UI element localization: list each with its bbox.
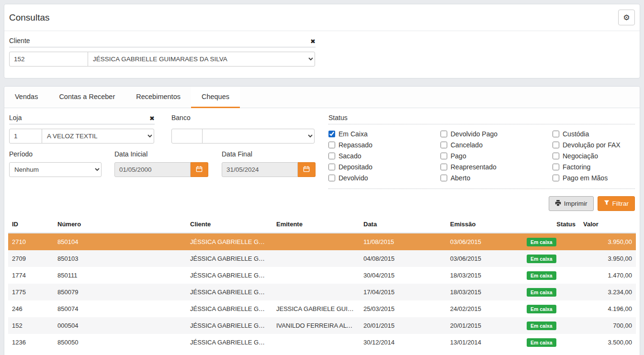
table-row[interactable]: 2710 850104 JÉSSICA GABRIELLE GUIMARAES … [8, 233, 636, 250]
client-clear-icon[interactable]: ✖ [310, 38, 316, 44]
status-checkbox-option[interactable]: Cancelado [441, 141, 553, 149]
cell-data: 30/04/2015 [360, 267, 446, 284]
tab[interactable]: Cheques [191, 87, 240, 108]
status-badge: Em caixa [527, 305, 556, 313]
data-inicial-input[interactable] [114, 162, 191, 177]
status-checkbox[interactable] [441, 131, 447, 137]
banco-select[interactable] [202, 129, 315, 144]
client-select[interactable]: JÉSSICA GABRIELLE GUIMARAES DA SILVA [88, 52, 315, 67]
cell-status: Em caixa [523, 300, 579, 317]
periodo-select[interactable]: Nenhum [9, 162, 102, 177]
filter-icon [604, 200, 610, 207]
column-header: ID [8, 216, 54, 233]
status-checkbox-grid: Em Caixa Repassado Sacado [328, 124, 635, 189]
loja-clear-icon[interactable]: ✖ [149, 115, 155, 122]
table-row[interactable]: 246 850074 JÉSSICA GABRIELLE GUIMARAES D… [8, 300, 636, 317]
status-checkbox[interactable] [328, 142, 335, 148]
status-checkbox-option[interactable]: Sacado [328, 152, 441, 160]
imprimir-label: Imprimir [564, 200, 588, 207]
imprimir-button[interactable]: Imprimir [549, 196, 594, 211]
status-group: Status Em Caixa Repassado [328, 114, 635, 189]
status-checkbox[interactable] [328, 131, 335, 137]
loja-code-input[interactable] [9, 129, 42, 144]
status-column-2: Devolvido Pago Cancelado Pago [441, 130, 553, 182]
data-final-input[interactable] [222, 162, 298, 177]
status-checkbox-option[interactable]: Pago em Mãos [553, 174, 635, 182]
status-checkbox[interactable] [441, 142, 447, 148]
status-checkbox-option[interactable]: Devolução por FAX [553, 141, 635, 149]
data-inicial-calendar-button[interactable] [191, 162, 208, 177]
filtrar-button[interactable]: Filtrar [598, 196, 635, 211]
cell-data: 30/12/2014 [360, 334, 446, 351]
cell-status: Em caixa [523, 250, 579, 267]
table-row[interactable]: 1236 850050 JÉSSICA GABRIELLE GUIMARAES … [8, 334, 636, 351]
cell-emissao: 03/06/2015 [446, 233, 523, 250]
cell-data: 11/08/2015 [360, 233, 446, 250]
cell-emissao: 20/01/2015 [446, 317, 523, 334]
cell-id: 2710 [8, 233, 54, 250]
cell-emissao: 24/02/2015 [446, 300, 523, 317]
status-checkbox[interactable] [328, 153, 335, 159]
banco-group: Banco [171, 114, 315, 144]
table-row[interactable]: 1774 850111 JÉSSICA GABRIELLE GUIMARAES … [8, 267, 636, 284]
table-row[interactable]: 152 000504 JÉSSICA GABRIELLE GUIMARAES D… [8, 317, 636, 334]
status-checkbox-option[interactable]: Em Caixa [328, 130, 441, 138]
cell-id: 1774 [8, 267, 54, 284]
tab[interactable]: Vendas [4, 87, 48, 108]
status-checkbox[interactable] [441, 164, 447, 170]
status-checkbox[interactable] [441, 175, 447, 181]
table-row[interactable]: 2709 850103 JÉSSICA GABRIELLE GUIMARAES … [8, 250, 636, 267]
cell-emitente [272, 334, 360, 351]
status-checkbox[interactable] [328, 164, 335, 170]
client-code-input[interactable] [9, 52, 88, 67]
status-checkbox[interactable] [553, 175, 559, 181]
cell-valor: 700,00 [579, 317, 636, 334]
status-checkbox[interactable] [328, 175, 335, 181]
table-header-row: ID Número Cliente Emitente Data Emissão … [8, 216, 636, 233]
data-final-group: Data Final [222, 150, 316, 177]
cell-id: 1236 [8, 334, 54, 351]
cell-status: Em caixa [523, 284, 579, 300]
status-checkbox-label: Sacado [339, 152, 361, 160]
loja-select[interactable]: A VELOZ TEXTIL [42, 129, 154, 144]
column-header: Emitente [272, 216, 360, 233]
status-label: Status [328, 114, 635, 122]
status-checkbox-option[interactable]: Depositado [328, 163, 441, 171]
filtrar-label: Filtrar [612, 200, 629, 207]
column-header: Cliente [186, 216, 272, 233]
status-checkbox-option[interactable]: Devolvido Pago [441, 130, 553, 138]
status-checkbox-option[interactable]: Repassado [328, 141, 441, 149]
cell-valor: 3.950,00 [579, 250, 636, 267]
client-label: Cliente [9, 37, 30, 44]
status-checkbox-option[interactable]: Reapresentado [441, 163, 553, 171]
status-checkbox-option[interactable]: Aberto [441, 174, 553, 182]
cell-id: 152 [8, 317, 54, 334]
status-checkbox[interactable] [441, 153, 447, 159]
data-final-calendar-button[interactable] [298, 162, 316, 177]
status-checkbox-option[interactable]: Custódia [553, 130, 635, 138]
status-badge: Em caixa [527, 288, 556, 297]
status-checkbox-option[interactable]: Negociação [553, 152, 635, 160]
status-checkbox-option[interactable]: Devolvido [328, 174, 441, 182]
status-badge: Em caixa [527, 271, 556, 280]
settings-button[interactable]: ⚙ [618, 10, 635, 25]
client-group-header: Cliente ✖ [9, 37, 316, 47]
cell-emissao: 18/03/2015 [446, 267, 523, 284]
status-badge: Em caixa [527, 255, 556, 263]
cell-cliente: JÉSSICA GABRIELLE GUIMARAES DA SILVA [186, 300, 272, 317]
tab[interactable]: Recebimentos [125, 87, 191, 108]
status-checkbox-label: Cancelado [451, 141, 483, 149]
status-checkbox-option[interactable]: Factoring [553, 163, 635, 171]
status-checkbox[interactable] [553, 142, 559, 148]
table-row[interactable]: 1775 850079 JÉSSICA GABRIELLE GUIMARAES … [8, 284, 636, 300]
filter-left-column: Loja ✖ A VELOZ TEXTIL Banco [9, 114, 318, 189]
status-checkbox-option[interactable]: Pago [441, 152, 553, 160]
status-checkbox[interactable] [553, 164, 559, 170]
status-checkbox[interactable] [553, 153, 559, 159]
data-inicial-label: Data Inicial [114, 150, 208, 158]
status-checkbox-label: Devolvido [339, 174, 368, 182]
status-checkbox[interactable] [553, 131, 559, 137]
banco-code-input[interactable] [171, 129, 203, 144]
tab[interactable]: Contas a Receber [48, 87, 125, 108]
cell-emitente [272, 267, 360, 284]
